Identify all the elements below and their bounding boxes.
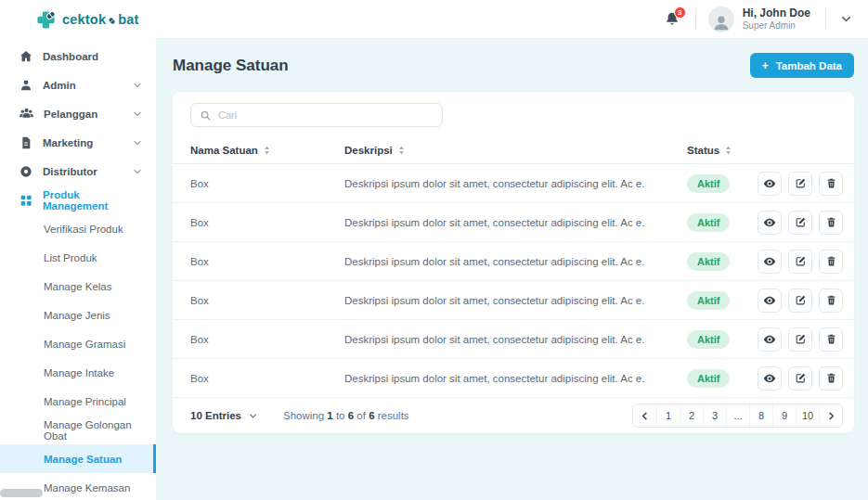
sort-deskripsi[interactable]: Deskripsi xyxy=(344,145,687,156)
cell-deskripsi: Deskripsi ipsum dolor sit amet, consecte… xyxy=(344,373,687,384)
sidebar-item-manage-jenis[interactable]: Manage Jenis xyxy=(0,301,156,329)
sidebar-item-verifikasi-produk[interactable]: Verifikasi Produk xyxy=(0,214,156,243)
delete-button[interactable] xyxy=(819,288,843,313)
entries-dropdown[interactable]: 10 Entries xyxy=(190,410,258,421)
status-badge: Aktif xyxy=(687,213,730,232)
brand-logo[interactable]: cektok bat xyxy=(0,0,156,39)
cell-deskripsi: Deskripsi ipsum dolor sit amet, consecte… xyxy=(344,334,687,345)
divider xyxy=(695,8,696,31)
user-icon xyxy=(19,78,33,93)
row-actions xyxy=(758,211,843,235)
plus-icon: + xyxy=(762,59,769,72)
cell-status: Aktif xyxy=(687,213,758,232)
table-row: Box Deskripsi ipsum dolor sit amet, cons… xyxy=(173,281,854,320)
sidebar-item-distributor[interactable]: Distributor xyxy=(0,157,156,186)
table-card: Nama Satuan Deskripsi Status Box Deskrip… xyxy=(173,92,854,433)
search-input[interactable] xyxy=(218,109,434,121)
user-menu-button[interactable] xyxy=(839,12,853,26)
sidebar-item-manage-satuan[interactable]: Manage Satuan xyxy=(0,444,156,473)
edit-button[interactable] xyxy=(788,366,812,391)
view-button[interactable] xyxy=(758,366,782,391)
pagination-page-10[interactable]: 10 xyxy=(796,404,819,427)
avatar[interactable] xyxy=(708,6,734,32)
delete-button[interactable] xyxy=(819,327,843,352)
sidebar-item-pelanggan[interactable]: Pelanggan xyxy=(0,99,156,128)
status-badge: Aktif xyxy=(687,369,730,388)
edit-icon xyxy=(795,372,807,384)
divider xyxy=(825,8,826,31)
view-button[interactable] xyxy=(758,327,782,352)
row-actions xyxy=(758,288,843,313)
grid-icon xyxy=(19,193,33,208)
status-badge: Aktif xyxy=(687,252,730,271)
edit-icon xyxy=(795,177,807,189)
view-button[interactable] xyxy=(758,250,782,274)
sidebar-item-label: Produk Management xyxy=(43,189,143,212)
edit-button[interactable] xyxy=(788,172,812,196)
delete-button[interactable] xyxy=(819,366,843,391)
cell-nama-satuan: Box xyxy=(190,256,344,267)
sidebar-item-label: Distributor xyxy=(43,166,97,177)
sidebar-item-manage-gramasi[interactable]: Manage Gramasi xyxy=(0,329,156,358)
sidebar-item-manage-kelas[interactable]: Manage Kelas xyxy=(0,272,156,301)
sidebar-item-admin[interactable]: Admin xyxy=(0,71,156,99)
cell-deskripsi: Deskripsi ipsum dolor sit amet, consecte… xyxy=(344,256,687,267)
pagination-next[interactable] xyxy=(819,404,842,427)
sort-icon xyxy=(264,146,270,155)
main-content: Manage Satuan + Tambah Data Nama Satuan … xyxy=(156,39,868,500)
pagination-page-8[interactable]: 8 xyxy=(749,404,772,427)
sort-nama-satuan[interactable]: Nama Satuan xyxy=(190,145,344,156)
view-button[interactable] xyxy=(758,172,782,196)
chevron-right-icon xyxy=(826,411,836,421)
scrollbar-thumb[interactable] xyxy=(0,489,43,497)
status-badge: Aktif xyxy=(687,174,730,193)
file-icon xyxy=(19,135,33,150)
sort-status[interactable]: Status xyxy=(687,145,758,156)
delete-button[interactable] xyxy=(819,172,843,196)
sidebar-item-dashboard[interactable]: Dashboard xyxy=(0,42,156,71)
row-actions xyxy=(758,366,843,391)
pagination-prev[interactable] xyxy=(633,404,656,427)
sidebar-item-list-produk[interactable]: List Produk xyxy=(0,243,156,272)
edit-button[interactable] xyxy=(788,211,812,235)
tambah-data-button[interactable]: + Tambah Data xyxy=(750,53,854,78)
row-actions xyxy=(758,327,843,352)
eye-icon xyxy=(763,333,776,346)
cell-status: Aktif xyxy=(687,174,758,193)
cell-nama-satuan: Box xyxy=(190,178,344,189)
trash-icon xyxy=(825,255,837,267)
notifications-button[interactable]: 3 xyxy=(664,11,680,28)
cell-nama-satuan: Box xyxy=(190,217,344,228)
status-badge: Aktif xyxy=(687,291,730,310)
sidebar-item-produk-management[interactable]: Produk Management xyxy=(0,186,156,214)
pill-icon xyxy=(107,16,117,26)
pagination-page-2[interactable]: 2 xyxy=(680,404,703,427)
sidebar-item-manage-intake[interactable]: Manage Intake xyxy=(0,358,156,387)
sort-icon xyxy=(398,146,405,155)
eye-icon xyxy=(763,294,776,307)
table-header-row: Nama Satuan Deskripsi Status xyxy=(173,136,854,164)
sidebar-item-manage-golongan-obat[interactable]: Manage Golongan Obat xyxy=(0,416,156,444)
eye-icon xyxy=(763,177,776,190)
pagination-page-9[interactable]: 9 xyxy=(772,404,796,427)
row-actions xyxy=(758,172,843,196)
view-button[interactable] xyxy=(758,288,782,313)
topbar: 3 Hi, John Doe Super Admin xyxy=(156,0,868,39)
users-icon xyxy=(19,106,34,122)
brand-name: cektok bat xyxy=(62,12,139,27)
status-badge: Aktif xyxy=(687,330,730,349)
view-button[interactable] xyxy=(758,211,782,235)
cell-nama-satuan: Box xyxy=(190,373,344,384)
delete-button[interactable] xyxy=(819,250,843,274)
delete-button[interactable] xyxy=(819,211,843,235)
sidebar-item-marketing[interactable]: Marketing xyxy=(0,128,156,157)
edit-icon xyxy=(795,216,807,228)
edit-icon xyxy=(795,255,807,267)
pagination-page-1[interactable]: 1 xyxy=(656,404,680,427)
pagination-page-3[interactable]: 3 xyxy=(703,404,726,427)
trash-icon xyxy=(825,216,837,228)
sidebar-item-manage-principal[interactable]: Manage Principal xyxy=(0,387,156,416)
edit-button[interactable] xyxy=(788,288,812,313)
edit-button[interactable] xyxy=(788,250,812,274)
edit-button[interactable] xyxy=(788,327,812,352)
